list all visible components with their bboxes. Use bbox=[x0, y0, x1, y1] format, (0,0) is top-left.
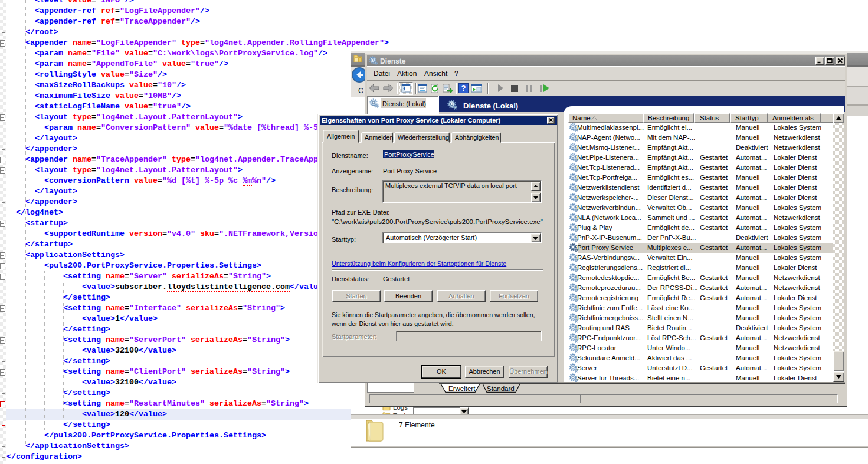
svg-text:?: ? bbox=[461, 84, 466, 93]
